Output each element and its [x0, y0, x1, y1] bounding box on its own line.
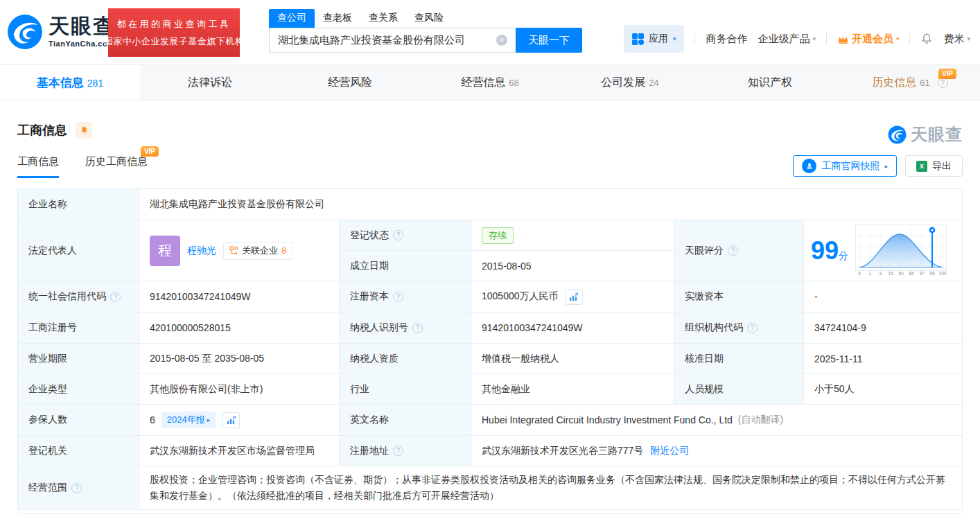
taxpayer-quality-label: 纳税人资质: [340, 344, 471, 374]
divider: [694, 33, 695, 44]
credit-code-value: 91420100347241049W: [139, 281, 340, 313]
reg-capital-value: 1005000万人民币: [471, 281, 674, 313]
tab-count: 24: [649, 78, 658, 88]
excel-icon: x: [916, 161, 927, 172]
insured-count-value: 6 2024年报 ▸: [139, 405, 340, 436]
help-icon[interactable]: ?: [393, 230, 403, 240]
subtab-business-info[interactable]: 工商信息: [17, 155, 59, 178]
svg-text:50: 50: [898, 271, 904, 276]
reg-capital-label: 注册资本 ?: [340, 281, 471, 313]
help-icon[interactable]: ?: [728, 245, 738, 256]
search-tab-risk[interactable]: 查风险: [406, 9, 452, 28]
score-label: 天眼评分 ?: [674, 220, 804, 281]
arrow-right-icon: ▸: [884, 163, 888, 170]
user-menu[interactable]: 费米 ▾: [943, 33, 970, 46]
label-text: 统一社会信用代码: [28, 290, 106, 303]
help-icon[interactable]: ?: [747, 323, 758, 333]
help-icon[interactable]: ?: [412, 323, 423, 333]
reg-status-label: 登记状态 ?: [340, 220, 471, 251]
score-distribution-chart: 0 1 3 15 50 85 97 99 100: [855, 225, 947, 277]
search-button[interactable]: 天眼一下: [516, 28, 582, 53]
tab-count: 61: [920, 78, 929, 88]
company-name-label: 企业名称: [18, 189, 139, 220]
help-icon[interactable]: ?: [393, 292, 403, 302]
english-name-value: Hubei Integrated Circuit Industry Invest…: [471, 405, 962, 436]
legal-rep-name-link[interactable]: 程驰光: [187, 245, 216, 257]
apps-label: 应用: [649, 33, 668, 45]
menu-business-cooperation[interactable]: 商务合作: [706, 33, 747, 46]
business-term-label: 营业期限: [18, 344, 139, 374]
tab-intellectual-property[interactable]: 知识产权: [700, 65, 840, 100]
table-actions: 工商官网快照 ▸ x 导出: [793, 155, 963, 177]
export-button[interactable]: x 导出: [905, 155, 963, 177]
business-term-value: 2015-08-05 至 2035-08-05: [139, 344, 340, 374]
help-icon[interactable]: ?: [938, 78, 948, 88]
promo-line-2: 国家中小企业发展子基金旗下机构: [104, 35, 245, 48]
tab-basic-info[interactable]: 基本信息 281: [0, 65, 140, 100]
help-icon[interactable]: ?: [393, 446, 403, 456]
trend-chart-icon: [227, 416, 236, 425]
subscribe-bell-button[interactable]: [76, 122, 92, 139]
search-input[interactable]: [269, 28, 516, 53]
reg-number-value: 420100000528015: [139, 313, 340, 344]
apps-button[interactable]: 应用 ▾: [624, 25, 685, 53]
label-text: 登记状态: [350, 229, 389, 242]
tab-history-info[interactable]: VIP 历史信息 61 ?: [840, 65, 980, 100]
tab-company-development[interactable]: 公司发展 24: [560, 65, 700, 100]
section-title: 工商信息: [17, 122, 67, 139]
stamp-icon: [802, 159, 816, 173]
reg-authority-label: 登记机关: [18, 436, 139, 466]
watermark-text: 天眼查: [911, 123, 963, 146]
notifications-bell-icon[interactable]: [920, 33, 933, 45]
tianyancha-logo[interactable]: 天眼查 TianYanCha.com: [7, 14, 115, 50]
bell-icon: [80, 125, 89, 135]
taxpayer-quality-value: 增值税一般纳税人: [471, 344, 674, 374]
search-tab-relation[interactable]: 查关系: [360, 9, 406, 28]
tab-legal-proceedings[interactable]: 法律诉讼: [140, 65, 280, 100]
approval-date-label: 核准日期: [674, 344, 804, 374]
official-snapshot-button[interactable]: 工商官网快照 ▸: [793, 155, 897, 177]
header-menu: 应用 ▾ 商务合作 企业级产品 ▾ 开通会员 ▾ 费米 ▾: [624, 24, 970, 54]
org-code-label: 组织机构代码 ?: [674, 313, 804, 344]
chevron-down-icon: ▾: [673, 35, 676, 42]
tab-label: 知识产权: [748, 76, 792, 90]
svg-text:15: 15: [888, 271, 893, 276]
score-unit: 分: [839, 250, 848, 261]
reg-authority-value: 武汉东湖新技术开发区市场监督管理局: [139, 436, 340, 466]
tab-count: 281: [87, 78, 103, 89]
bottom-divider: [17, 513, 963, 519]
export-label: 导出: [932, 160, 952, 173]
related-companies-label: 关联企业: [242, 245, 278, 257]
help-icon[interactable]: ?: [71, 483, 82, 493]
label-text: 组织机构代码: [685, 322, 743, 334]
search-tab-boss[interactable]: 查老板: [315, 9, 360, 28]
subtab-history-business-info[interactable]: VIP 历史工商信息: [85, 155, 148, 178]
tab-operation-info[interactable]: 经营信息 68: [420, 65, 560, 100]
related-companies-badge[interactable]: 关联企业 8: [223, 242, 292, 260]
company-name-value: 湖北集成电路产业投资基金股份有限公司: [139, 189, 962, 220]
crown-icon: [837, 34, 849, 44]
company-type-value: 其他股份有限公司(非上市): [139, 374, 340, 405]
search-tab-company[interactable]: 查公司: [269, 9, 315, 28]
promo-banner[interactable]: 都在用的商业查询工具 国家中小企业发展子基金旗下机构: [108, 8, 240, 57]
clear-search-icon[interactable]: ✕: [496, 35, 507, 46]
legal-rep-label: 法定代表人: [18, 220, 139, 281]
svg-text:99: 99: [929, 271, 935, 276]
legal-rep-avatar[interactable]: 程: [150, 236, 180, 266]
help-icon[interactable]: ?: [110, 292, 121, 302]
search-tabs: 查公司 查老板 查关系 查风险: [269, 9, 582, 28]
business-scope-value: 股权投资；企业管理咨询；投资咨询（不含证券、期货）；从事非证券类股权投资活动及相…: [139, 466, 962, 510]
industry-value: 其他金融业: [471, 374, 674, 405]
top-header: 天眼查 TianYanCha.com 都在用的商业查询工具 国家中小企业发展子基…: [0, 0, 980, 65]
reg-address-text: 武汉东湖新技术开发区光谷三路777号: [482, 445, 643, 457]
insured-trend-button[interactable]: [222, 412, 240, 428]
capital-trend-button[interactable]: [565, 289, 583, 305]
annual-report-badge[interactable]: 2024年报 ▸: [161, 412, 216, 428]
nearby-companies-link[interactable]: 附近公司: [650, 445, 689, 457]
menu-enterprise-products[interactable]: 企业级产品 ▾: [758, 33, 816, 46]
tab-operation-risk[interactable]: 经营风险: [280, 65, 420, 100]
label-text: 纳税人识别号: [350, 322, 408, 334]
open-vip-label: 开通会员: [852, 33, 893, 46]
menu-open-vip[interactable]: 开通会员 ▾: [837, 33, 900, 46]
business-cooperation-label: 商务合作: [706, 33, 747, 46]
